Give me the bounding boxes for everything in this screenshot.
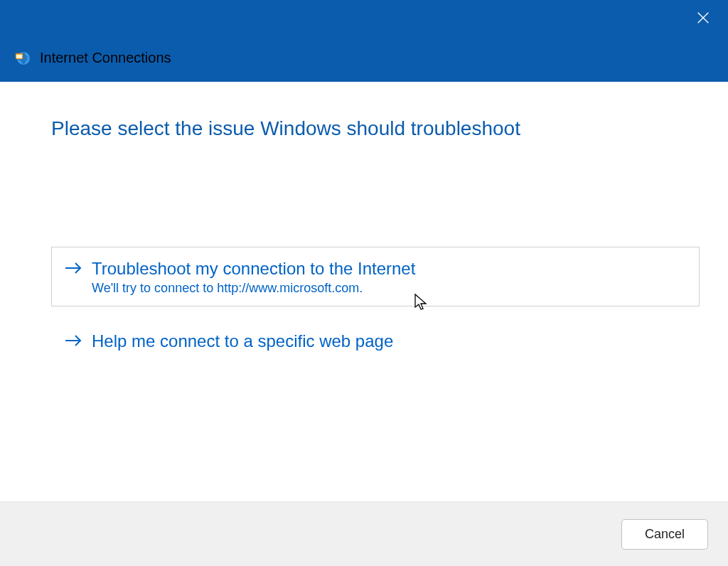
titlebar-content: Internet Connections (14, 49, 171, 66)
arrow-right-icon (65, 334, 82, 350)
app-title: Internet Connections (40, 50, 171, 66)
close-icon (695, 10, 711, 28)
option-subtitle: We'll try to connect to http://www.micro… (92, 281, 415, 296)
option-text-group: Troubleshoot my connection to the Intern… (92, 257, 415, 296)
titlebar: Internet Connections (0, 0, 728, 82)
network-globe-icon (14, 49, 31, 66)
cancel-button[interactable]: Cancel (621, 519, 708, 550)
svg-rect-5 (16, 55, 22, 58)
option-troubleshoot-internet[interactable]: Troubleshoot my connection to the Intern… (51, 247, 700, 306)
option-text-group: Help me connect to a specific web page (92, 330, 393, 352)
option-connect-specific-page[interactable]: Help me connect to a specific web page (51, 319, 700, 363)
arrow-right-icon (65, 262, 82, 277)
close-button[interactable] (691, 6, 715, 33)
content-area: Please select the issue Windows should t… (0, 82, 728, 501)
option-title: Help me connect to a specific web page (92, 330, 393, 352)
footer: Cancel (0, 501, 728, 566)
option-title: Troubleshoot my connection to the Intern… (92, 257, 415, 279)
page-heading: Please select the issue Windows should t… (51, 117, 700, 140)
